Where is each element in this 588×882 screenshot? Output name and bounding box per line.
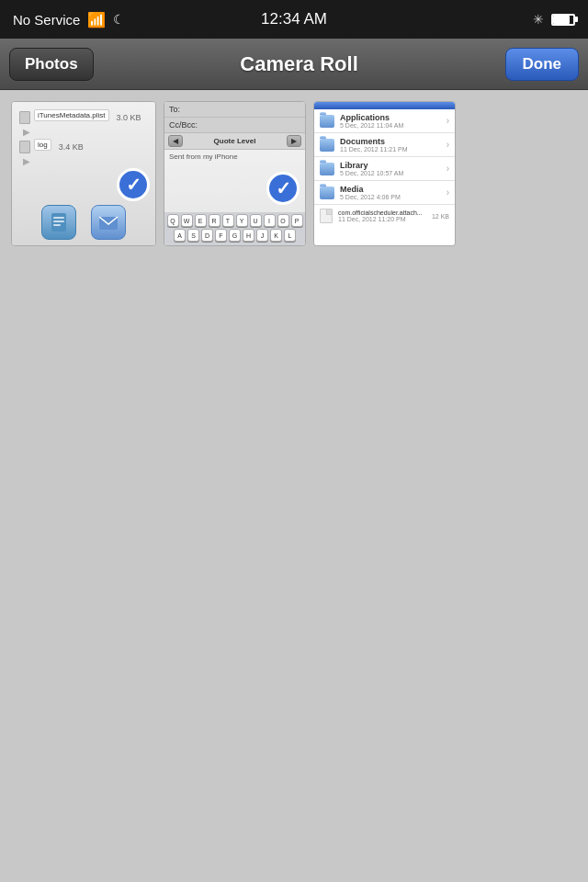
camera-roll-title: Camera Roll <box>240 52 357 76</box>
attach-size: 12 KB <box>432 213 449 220</box>
keyboard-row-2: A S D F G H J K L <box>166 229 303 242</box>
browser-header <box>314 102 455 109</box>
key-y: Y <box>236 214 248 227</box>
folder-icon-applications <box>320 115 334 128</box>
file-size-2: 3.4 KB <box>59 142 84 152</box>
key-j: J <box>256 229 268 242</box>
applications-date: 5 Dec, 2012 11:04 AM <box>340 122 441 129</box>
file-name-1: iTunesMetadata.plist <box>34 109 109 121</box>
key-q: Q <box>167 214 179 227</box>
prev-button: ◀ <box>168 135 183 147</box>
file-size-1: 3.0 KB <box>117 113 141 122</box>
svg-rect-3 <box>53 224 61 226</box>
key-w: W <box>181 214 193 227</box>
carrier-label: No Service <box>13 12 80 28</box>
svg-rect-2 <box>53 220 64 222</box>
file-icon-log <box>19 141 30 153</box>
folder-icon-documents <box>320 139 334 152</box>
app-icons-row <box>12 205 155 240</box>
mail-app-icon <box>91 205 126 240</box>
media-name: Media <box>340 185 441 194</box>
browser-row-library: Library 5 Dec, 2012 10:57 AM › <box>314 157 455 181</box>
checkmark-icon-1: ✓ <box>126 175 141 194</box>
file-icon-plist <box>19 111 30 124</box>
key-u: U <box>250 214 262 227</box>
ifile-app-icon <box>41 205 76 240</box>
key-e: E <box>195 214 207 227</box>
key-r: R <box>209 214 220 227</box>
file-item-2: log 3.4 KB <box>19 139 84 154</box>
quote-level-label: Quote Level <box>214 137 256 145</box>
browser-row-applications: Applications 5 Dec, 2012 11:04 AM › <box>314 109 455 133</box>
status-left: No Service 📶 ☾ <box>13 11 125 28</box>
mail-toolbar: ◀ Quote Level ▶ <box>164 133 305 150</box>
library-text: Library 5 Dec, 2012 10:57 AM <box>340 161 441 176</box>
checkmark-icon-2: ✓ <box>276 179 291 198</box>
svg-rect-1 <box>53 217 64 219</box>
key-d: D <box>201 229 213 242</box>
chevron-applications: › <box>447 116 449 126</box>
key-t: T <box>222 214 234 227</box>
nav-bar: Photos Camera Roll Done <box>0 39 588 90</box>
key-a: A <box>174 229 186 242</box>
documents-name: Documents <box>340 137 441 146</box>
key-p: P <box>291 214 303 227</box>
spinner-icon: ✳ <box>533 12 544 27</box>
applications-text: Applications 5 Dec, 2012 11:04 AM <box>340 113 441 129</box>
wifi-icon: 📶 <box>87 11 106 28</box>
library-date: 5 Dec, 2012 10:57 AM <box>340 170 441 176</box>
chevron-library: › <box>447 164 449 174</box>
documents-date: 11 Dec, 2012 11:21 PM <box>340 146 441 153</box>
signature-text: Sent from my iPhone <box>169 153 238 161</box>
photos-button[interactable]: Photos <box>9 48 94 81</box>
media-text: Media 5 Dec, 2012 4:06 PM <box>340 185 441 200</box>
browser-row-media: Media 5 Dec, 2012 4:06 PM › <box>314 181 455 205</box>
status-bar: No Service 📶 ☾ 12:34 AM ✳ <box>0 0 588 39</box>
file-item-1: iTunesMetadata.plist 3.0 KB <box>19 109 141 125</box>
thumbnail-browser-inner: Applications 5 Dec, 2012 11:04 AM › Docu… <box>314 102 455 245</box>
attach-name: com.officialscheduler.attach... <box>338 209 426 216</box>
key-o: O <box>277 214 289 227</box>
key-l: L <box>284 229 296 242</box>
applications-name: Applications <box>340 113 441 122</box>
media-date: 5 Dec, 2012 4:06 PM <box>340 194 441 200</box>
folder-icon-library <box>320 163 334 175</box>
key-s: S <box>187 229 199 242</box>
next-button: ▶ <box>287 135 301 147</box>
chevron-documents: › <box>447 140 449 150</box>
key-g: G <box>229 229 241 242</box>
battery-icon <box>551 14 575 26</box>
attach-text: com.officialscheduler.attach... 11 Dec, … <box>338 209 426 222</box>
thumbnail-browser[interactable]: Applications 5 Dec, 2012 11:04 AM › Docu… <box>313 101 456 246</box>
documents-text: Documents 11 Dec, 2012 11:21 PM <box>340 137 441 153</box>
status-right: ✳ <box>533 12 575 27</box>
done-button[interactable]: Done <box>505 48 580 81</box>
attach-date: 11 Dec, 2012 11:20 PM <box>338 216 426 222</box>
mail-keyboard: Q W E R T Y U I O P A S D F G H <box>164 212 305 245</box>
thumbnail-ifile[interactable]: iTunesMetadata.plist 3.0 KB ▶ log 3.4 KB… <box>11 101 156 246</box>
key-f: F <box>215 229 227 242</box>
selection-checkmark-1: ✓ <box>117 168 150 201</box>
browser-row-documents: Documents 11 Dec, 2012 11:21 PM › <box>314 133 455 157</box>
selection-checkmark-2: ✓ <box>266 172 300 205</box>
keyboard-row-1: Q W E R T Y U I O P <box>166 214 303 227</box>
thumbnail-mail[interactable]: To: Cc/Bcc: ◀ Quote Level ▶ Sent from my… <box>164 101 306 246</box>
library-name: Library <box>340 161 441 170</box>
status-time: 12:34 AM <box>261 10 327 28</box>
chevron-media: › <box>447 187 449 198</box>
key-i: I <box>264 214 276 227</box>
content-area: iTunesMetadata.plist 3.0 KB ▶ log 3.4 KB… <box>0 90 588 882</box>
file-icon-attach <box>320 209 333 223</box>
mail-to-field: To: <box>164 102 305 118</box>
mail-ccbcc-field: Cc/Bcc: <box>164 118 305 133</box>
key-k: K <box>270 229 282 242</box>
moon-icon: ☾ <box>113 12 125 27</box>
folder-icon-media <box>320 187 334 199</box>
key-h: H <box>243 229 254 242</box>
browser-row-attach: com.officialscheduler.attach... 11 Dec, … <box>314 205 455 227</box>
file-name-2: log <box>34 139 51 151</box>
